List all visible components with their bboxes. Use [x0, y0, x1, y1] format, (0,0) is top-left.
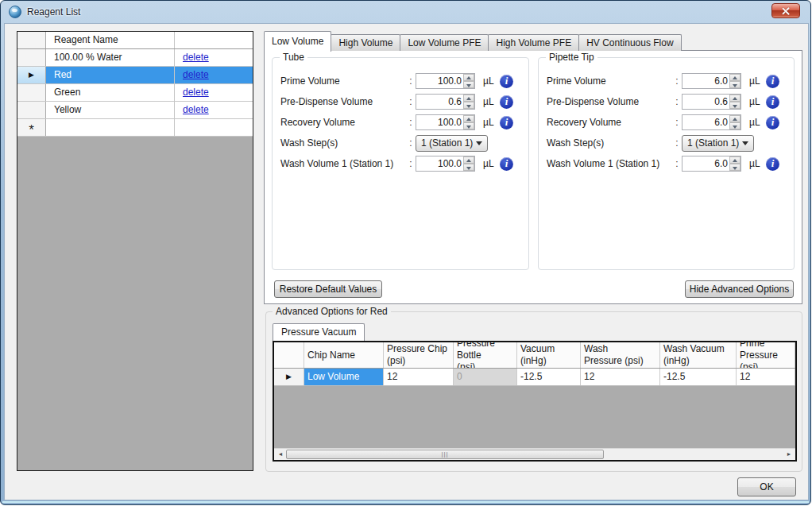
- tube-wash-steps-dropdown[interactable]: 1 (Station 1): [416, 135, 488, 152]
- info-icon[interactable]: i: [766, 95, 779, 109]
- spin-up-icon[interactable]: [463, 156, 474, 164]
- info-icon[interactable]: i: [500, 75, 513, 88]
- info-icon[interactable]: i: [500, 157, 513, 171]
- pipette-prime-volume-input[interactable]: 6.0: [682, 73, 741, 89]
- row-header[interactable]: [17, 49, 46, 66]
- prime-pressure-cell[interactable]: 12: [737, 369, 795, 385]
- horizontal-scrollbar[interactable]: ◄ ||| ►: [274, 448, 795, 460]
- spin-down-icon[interactable]: [729, 164, 740, 171]
- spin-down-icon[interactable]: [729, 122, 740, 129]
- spinner-buttons[interactable]: [729, 74, 740, 88]
- delete-link[interactable]: delete: [183, 104, 209, 115]
- reagent-name-cell[interactable]: Green: [46, 84, 175, 101]
- tab-low-volume-pfe[interactable]: Low Volume PFE: [400, 34, 489, 51]
- spinner-buttons[interactable]: [463, 156, 474, 171]
- spin-up-icon[interactable]: [729, 74, 740, 81]
- field-row: Recovery Volume : 6.0 µL i: [539, 112, 794, 133]
- delete-link[interactable]: delete: [183, 52, 209, 63]
- spin-up-icon[interactable]: [463, 115, 474, 122]
- field-label: Prime Volume: [280, 75, 406, 87]
- row-header-corner: [17, 32, 46, 48]
- column-header: Pressure Bottle (psi): [454, 342, 517, 368]
- spin-up-icon[interactable]: [463, 95, 474, 102]
- scroll-right-icon[interactable]: ►: [783, 449, 795, 460]
- ok-button[interactable]: OK: [737, 477, 796, 496]
- spinner-buttons[interactable]: [463, 115, 474, 129]
- spinner-buttons[interactable]: [463, 74, 474, 88]
- close-button[interactable]: [771, 3, 800, 18]
- wash-vacuum-cell[interactable]: -12.5: [660, 369, 737, 385]
- spin-up-icon[interactable]: [729, 156, 740, 164]
- spinner-buttons[interactable]: [729, 95, 740, 109]
- spin-up-icon[interactable]: [729, 95, 740, 102]
- spinner-buttons[interactable]: [729, 156, 740, 171]
- table-row: Green delete: [17, 84, 253, 102]
- column-header-reagent-name: Reagent Name: [46, 32, 175, 48]
- spin-down-icon[interactable]: [463, 122, 474, 129]
- spin-up-icon[interactable]: [729, 115, 740, 122]
- spinner-buttons[interactable]: [729, 115, 740, 129]
- tab-hv-continuous-flow[interactable]: HV Continuous Flow: [578, 34, 681, 51]
- column-header-actions: [175, 32, 253, 48]
- delete-link[interactable]: delete: [183, 69, 209, 80]
- info-icon[interactable]: i: [500, 95, 513, 109]
- scroll-left-icon[interactable]: ◄: [274, 449, 287, 460]
- reagent-name-cell[interactable]: Yellow: [46, 102, 175, 118]
- pipette-wash-volume-1-input[interactable]: 6.0: [682, 156, 741, 172]
- unit-label: µL: [478, 75, 500, 87]
- spin-down-icon[interactable]: [463, 164, 474, 171]
- pipette-tip-group: Pipette Tip Prime Volume : 6.0 µL i: [538, 57, 795, 270]
- tab-high-volume-pfe[interactable]: High Volume PFE: [488, 34, 579, 51]
- field-label: Wash Step(s): [547, 137, 672, 149]
- column-header: Wash Pressure (psi): [581, 342, 660, 368]
- row-header[interactable]: [17, 102, 46, 118]
- field-row: Wash Volume 1 (Station 1) : 100.0 µL i: [273, 153, 528, 174]
- spin-up-icon[interactable]: [463, 74, 474, 81]
- field-label: Prime Volume: [547, 75, 672, 87]
- row-header[interactable]: ▶: [17, 67, 46, 83]
- spin-down-icon[interactable]: [729, 81, 740, 88]
- field-label: Wash Volume 1 (Station 1): [280, 158, 406, 169]
- pipette-recovery-volume-input[interactable]: 6.0: [682, 114, 741, 130]
- scrollbar-thumb[interactable]: |||: [286, 450, 604, 459]
- new-row-header[interactable]: *: [17, 119, 46, 136]
- reagent-name-cell[interactable]: Red: [46, 67, 175, 83]
- new-row[interactable]: *: [17, 119, 253, 137]
- tab-page-low-volume: Tube Prime Volume : 100.0 µL i: [264, 50, 802, 304]
- info-icon[interactable]: i: [766, 75, 779, 88]
- spinner-buttons[interactable]: [463, 95, 474, 109]
- column-header: Pressure Chip (psi): [384, 342, 454, 368]
- tab-low-volume[interactable]: Low Volume: [264, 31, 331, 52]
- empty-cell[interactable]: [46, 119, 175, 136]
- vacuum-cell[interactable]: -12.5: [517, 369, 581, 385]
- delete-link[interactable]: delete: [183, 87, 209, 98]
- tube-pre-dispense-volume-input[interactable]: 0.6: [416, 94, 475, 110]
- spin-down-icon[interactable]: [463, 102, 474, 109]
- field-label: Recovery Volume: [547, 117, 672, 128]
- row-header[interactable]: ▶: [274, 369, 304, 385]
- spin-down-icon[interactable]: [729, 102, 740, 109]
- hide-advanced-options-button[interactable]: Hide Advanced Options: [685, 280, 794, 298]
- new-row-icon: *: [29, 122, 34, 134]
- tube-wash-volume-1-input[interactable]: 100.0: [416, 156, 475, 172]
- info-icon[interactable]: i: [766, 116, 779, 129]
- titlebar[interactable]: Reagent List: [1, 1, 810, 23]
- row-header[interactable]: [17, 84, 46, 101]
- tube-recovery-volume-input[interactable]: 100.0: [416, 114, 475, 130]
- wash-pressure-cell[interactable]: 12: [581, 369, 660, 385]
- restore-default-values-button[interactable]: Restore Default Values: [274, 280, 382, 298]
- table-row: 100.00 % Water delete: [17, 49, 253, 67]
- tab-pressure-vacuum[interactable]: Pressure Vacuum: [273, 323, 365, 341]
- reagent-name-cell[interactable]: 100.00 % Water: [46, 49, 175, 66]
- pressure-chip-cell[interactable]: 12: [384, 369, 454, 385]
- tube-prime-volume-input[interactable]: 100.0: [416, 73, 475, 89]
- tab-high-volume[interactable]: High Volume: [331, 34, 400, 51]
- info-icon[interactable]: i: [500, 116, 513, 129]
- field-row: Prime Volume : 6.0 µL i: [539, 71, 794, 91]
- unit-label: µL: [744, 75, 766, 87]
- spin-down-icon[interactable]: [463, 81, 474, 88]
- chip-name-cell[interactable]: Low Volume: [304, 369, 384, 385]
- pipette-pre-dispense-volume-input[interactable]: 0.6: [682, 94, 741, 110]
- info-icon[interactable]: i: [766, 157, 779, 171]
- pipette-wash-steps-dropdown[interactable]: 1 (Station 1): [682, 135, 754, 152]
